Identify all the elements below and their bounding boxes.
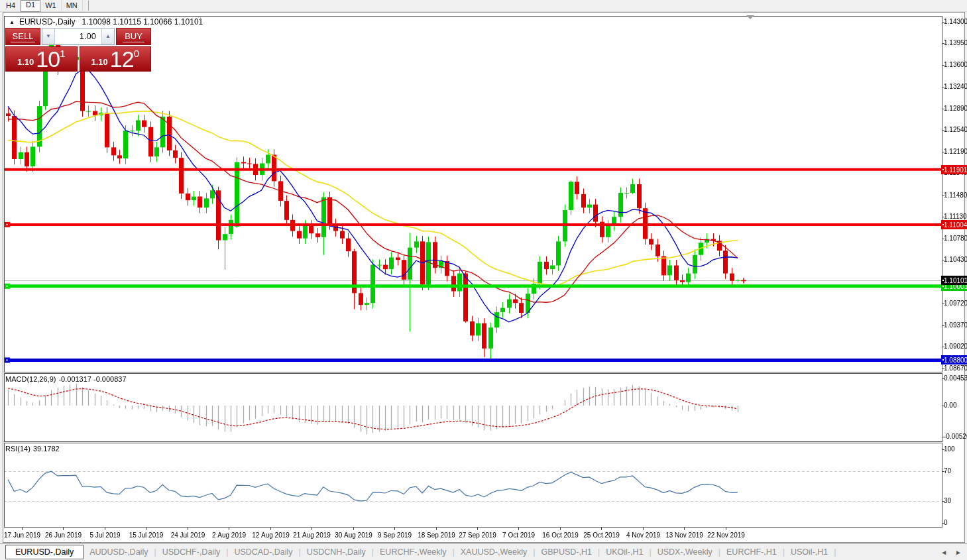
chart-tab-usdx-weekly[interactable]: USDX-,Weekly: [652, 547, 718, 557]
chart-tab-usdcad-daily[interactable]: USDCAD-,Daily: [228, 547, 298, 557]
buy-price-big: 12: [110, 50, 134, 68]
timeframe-button-w1[interactable]: W1: [40, 1, 62, 11]
sell-price-small: 1.10: [17, 56, 34, 68]
chart-title-ohlc: 1.10098 1.10115 1.10066 1.10101: [82, 17, 203, 27]
one-click-trading-panel: SELL ▼ 1.00 ▲ BUY 1.10 10 1 1.10 12 0: [5, 28, 151, 72]
sell-price-big: 10: [36, 50, 60, 68]
sell-button[interactable]: SELL: [5, 28, 40, 45]
tab-scroll-left-icon[interactable]: ◄: [940, 549, 947, 556]
chart-shift-icon[interactable]: [746, 15, 754, 19]
buy-price-sup: 0: [134, 49, 139, 58]
macd-values: -0.001317 -0.000837: [58, 375, 126, 383]
macd-name: MACD(12,26,9): [5, 375, 56, 383]
chart-tab-usdcnh-daily[interactable]: USDCNH-,Daily: [301, 547, 372, 557]
chart-tabs: EURUSD-,DailyAUDUSD-,Daily|USDCHF-,Daily…: [0, 545, 836, 559]
chart-tab-ukoil-h1[interactable]: UKOil-,H1: [600, 547, 649, 557]
timeframe-toolbar: H4D1W1MN: [0, 0, 967, 12]
buy-button[interactable]: BUY: [116, 28, 151, 45]
volume-decrease-icon[interactable]: ▼: [42, 28, 55, 44]
rsi-value: 39.1782: [33, 445, 60, 453]
chart-tab-gbpusd-h1[interactable]: GBPUSD-,H1: [535, 547, 597, 557]
chart-tab-eurchf-weekly[interactable]: EURCHF-,Weekly: [374, 547, 452, 557]
timeframe-button-h4[interactable]: H4: [1, 1, 21, 11]
chart-tab-eurusd-daily[interactable]: EURUSD-,Daily: [5, 545, 84, 559]
timeframe-button-d1[interactable]: D1: [21, 0, 40, 12]
tab-scroll-right-icon[interactable]: ►: [955, 549, 962, 556]
volume-increase-icon[interactable]: ▲: [101, 28, 114, 44]
tab-scroll-nav: ◄ ►: [940, 549, 967, 556]
buy-button-label: BUY: [123, 31, 144, 42]
chart-title-symbol: EURUSD-,Daily: [19, 17, 76, 27]
macd-indicator-label: MACD(12,26,9)-0.001317 -0.000837: [5, 375, 129, 383]
chart-tab-usoil-h1[interactable]: USOil-,H1: [785, 547, 834, 557]
chart-title: ▲ EURUSD-,Daily 1.10098 1.10115 1.10066 …: [9, 17, 203, 27]
timeframe-button-mn[interactable]: MN: [62, 1, 83, 11]
sell-button-label: SELL: [11, 31, 36, 42]
chart-tab-xauusd-weekly[interactable]: XAUUSD-,Weekly: [455, 547, 533, 557]
sell-price-sup: 1: [60, 49, 65, 58]
tab-separator: |: [834, 547, 836, 557]
volume-spinner: ▼ 1.00 ▲: [42, 28, 115, 45]
chart-tab-bar: EURUSD-,DailyAUDUSD-,Daily|USDCHF-,Daily…: [0, 543, 967, 560]
timeframe-buttons: H4D1W1MN: [1, 0, 83, 12]
rsi-name: RSI(14): [5, 445, 30, 453]
sell-price-display[interactable]: 1.10 10 1: [5, 46, 78, 72]
chart-tab-eurchf-h1[interactable]: EURCHF-,H1: [720, 547, 783, 557]
ohlc-expander-icon[interactable]: ▲: [9, 19, 15, 25]
chart-tab-audusd-daily[interactable]: AUDUSD-,Daily: [84, 547, 154, 557]
volume-field[interactable]: 1.00: [55, 28, 101, 44]
toolbar-separator: [88, 1, 89, 11]
chart-tab-usdchf-daily[interactable]: USDCHF-,Daily: [156, 547, 227, 557]
buy-price-small: 1.10: [91, 56, 108, 68]
price-chart-canvas[interactable]: [0, 0, 967, 560]
rsi-indicator-label: RSI(14)39.1782: [5, 445, 62, 453]
buy-price-display[interactable]: 1.10 12 0: [80, 46, 152, 72]
